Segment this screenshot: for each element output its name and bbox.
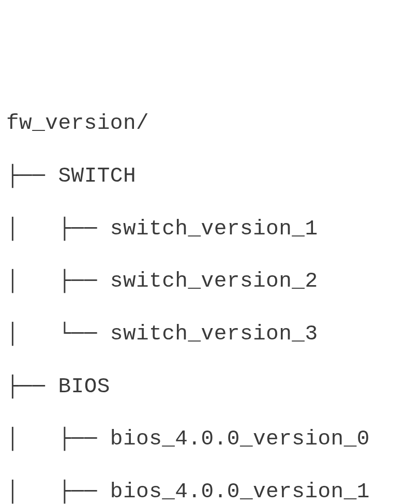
file-switch-version-2: │ ├── switch_version_2 xyxy=(6,268,414,294)
tree-branch-icon: ├── xyxy=(58,480,110,503)
tree-branch-icon: ├── xyxy=(58,217,110,241)
tree-branch-icon: ├── xyxy=(58,427,110,451)
folder-label: SWITCH xyxy=(58,164,136,188)
tree-last-icon: └── xyxy=(58,322,110,346)
file-switch-version-1: │ ├── switch_version_1 xyxy=(6,216,414,242)
file-label: bios_4.0.0_version_0 xyxy=(110,427,370,451)
tree-root: fw_version/ xyxy=(6,110,414,137)
tree-branch-icon: ├── xyxy=(6,375,58,398)
tree-pipe-icon: │ xyxy=(6,217,58,241)
file-bios-version-1: │ ├── bios_4.0.0_version_1 xyxy=(6,479,414,504)
tree-pipe-icon: │ xyxy=(6,427,58,451)
folder-bios: ├── BIOS xyxy=(6,374,414,400)
file-bios-version-0: │ ├── bios_4.0.0_version_0 xyxy=(6,426,414,452)
file-switch-version-3: │ └── switch_version_3 xyxy=(6,321,414,347)
tree-pipe-icon: │ xyxy=(6,480,58,503)
folder-label: BIOS xyxy=(58,375,110,398)
file-label: switch_version_2 xyxy=(110,269,318,293)
file-label: bios_4.0.0_version_1 xyxy=(110,480,370,503)
file-label: switch_version_3 xyxy=(110,322,318,346)
tree-pipe-icon: │ xyxy=(6,322,58,346)
tree-pipe-icon: │ xyxy=(6,269,58,293)
tree-branch-icon: ├── xyxy=(6,164,58,188)
tree-branch-icon: ├── xyxy=(58,269,110,293)
folder-switch: ├── SWITCH xyxy=(6,163,414,189)
file-label: switch_version_1 xyxy=(110,217,318,241)
